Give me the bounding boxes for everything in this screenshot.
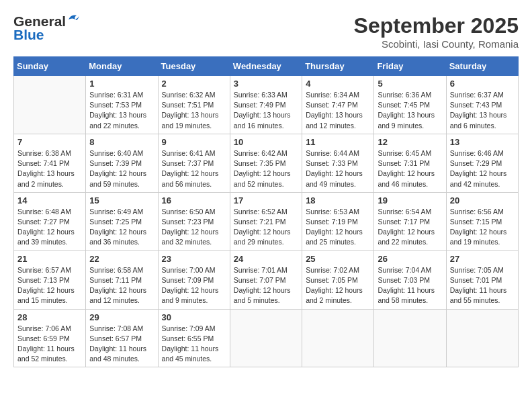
weekday-header: Friday: [374, 57, 446, 76]
weekday-header: Thursday: [302, 57, 374, 76]
day-number: 16: [162, 195, 226, 205]
day-number: 12: [378, 137, 442, 147]
day-info: Sunrise: 7:04 AMSunset: 7:03 PMDaylight:…: [378, 265, 442, 306]
day-number: 2: [162, 79, 226, 89]
day-info: Sunrise: 6:42 AMSunset: 7:35 PMDaylight:…: [234, 148, 298, 189]
day-number: 14: [17, 195, 82, 205]
day-info: Sunrise: 6:36 AMSunset: 7:45 PMDaylight:…: [378, 90, 442, 131]
day-number: 29: [89, 312, 154, 322]
page-header: General Blue September 2025 Scobinti, Ia…: [13, 13, 519, 50]
day-number: 13: [450, 137, 515, 147]
calendar-cell: 10Sunrise: 6:42 AMSunset: 7:35 PMDayligh…: [230, 134, 302, 192]
day-number: 24: [234, 254, 298, 264]
day-number: 5: [378, 79, 442, 89]
day-number: 30: [162, 312, 226, 322]
location: Scobinti, Iasi County, Romania: [354, 38, 519, 50]
calendar-week-row: 14Sunrise: 6:48 AMSunset: 7:27 PMDayligh…: [14, 192, 519, 250]
calendar-cell: 24Sunrise: 7:01 AMSunset: 7:07 PMDayligh…: [230, 250, 302, 309]
day-info: Sunrise: 6:46 AMSunset: 7:29 PMDaylight:…: [450, 148, 515, 189]
calendar-cell: 5Sunrise: 6:36 AMSunset: 7:45 PMDaylight…: [374, 76, 446, 134]
day-number: 23: [162, 254, 226, 264]
calendar-cell: 22Sunrise: 6:58 AMSunset: 7:11 PMDayligh…: [86, 250, 158, 309]
day-number: 10: [234, 137, 298, 147]
day-number: 20: [450, 195, 515, 205]
calendar-cell: [230, 309, 302, 367]
day-info: Sunrise: 6:48 AMSunset: 7:27 PMDaylight:…: [17, 207, 82, 248]
day-info: Sunrise: 6:31 AMSunset: 7:53 PMDaylight:…: [89, 90, 154, 131]
day-info: Sunrise: 6:40 AMSunset: 7:39 PMDaylight:…: [89, 148, 154, 189]
day-info: Sunrise: 7:00 AMSunset: 7:09 PMDaylight:…: [162, 265, 226, 306]
day-info: Sunrise: 6:33 AMSunset: 7:49 PMDaylight:…: [234, 90, 298, 131]
day-number: 27: [450, 254, 515, 264]
day-info: Sunrise: 7:06 AMSunset: 6:59 PMDaylight:…: [17, 324, 82, 365]
day-number: 1: [89, 79, 154, 89]
calendar-cell: 7Sunrise: 6:38 AMSunset: 7:41 PMDaylight…: [14, 134, 86, 192]
day-info: Sunrise: 7:09 AMSunset: 6:55 PMDaylight:…: [162, 324, 226, 365]
day-info: Sunrise: 7:02 AMSunset: 7:05 PMDaylight:…: [306, 265, 370, 306]
day-number: 11: [306, 137, 370, 147]
day-number: 28: [17, 312, 82, 322]
calendar-cell: 23Sunrise: 7:00 AMSunset: 7:09 PMDayligh…: [158, 250, 230, 309]
day-number: 3: [234, 79, 298, 89]
calendar-cell: 11Sunrise: 6:44 AMSunset: 7:33 PMDayligh…: [302, 134, 374, 192]
day-number: 8: [89, 137, 154, 147]
calendar-week-row: 21Sunrise: 6:57 AMSunset: 7:13 PMDayligh…: [14, 250, 519, 309]
day-info: Sunrise: 6:32 AMSunset: 7:51 PMDaylight:…: [162, 90, 226, 131]
calendar-week-row: 28Sunrise: 7:06 AMSunset: 6:59 PMDayligh…: [14, 309, 519, 367]
day-info: Sunrise: 6:52 AMSunset: 7:21 PMDaylight:…: [234, 207, 298, 248]
calendar-cell: 6Sunrise: 6:37 AMSunset: 7:43 PMDaylight…: [446, 76, 518, 134]
weekday-header: Saturday: [446, 57, 518, 76]
day-number: 7: [17, 137, 82, 147]
day-info: Sunrise: 6:34 AMSunset: 7:47 PMDaylight:…: [306, 90, 370, 131]
day-info: Sunrise: 6:41 AMSunset: 7:37 PMDaylight:…: [162, 148, 226, 189]
calendar-cell: [446, 309, 518, 367]
day-number: 4: [306, 79, 370, 89]
day-info: Sunrise: 6:37 AMSunset: 7:43 PMDaylight:…: [450, 90, 515, 131]
calendar-cell: 18Sunrise: 6:53 AMSunset: 7:19 PMDayligh…: [302, 192, 374, 250]
weekday-header: Monday: [86, 57, 158, 76]
calendar-cell: 16Sunrise: 6:50 AMSunset: 7:23 PMDayligh…: [158, 192, 230, 250]
day-info: Sunrise: 6:50 AMSunset: 7:23 PMDaylight:…: [162, 207, 226, 248]
calendar-cell: 17Sunrise: 6:52 AMSunset: 7:21 PMDayligh…: [230, 192, 302, 250]
weekday-header: Sunday: [14, 57, 86, 76]
day-info: Sunrise: 6:56 AMSunset: 7:15 PMDaylight:…: [450, 207, 515, 248]
calendar-header-row: SundayMondayTuesdayWednesdayThursdayFrid…: [14, 57, 519, 76]
weekday-header: Tuesday: [158, 57, 230, 76]
day-number: 19: [378, 195, 442, 205]
title-area: September 2025 Scobinti, Iasi County, Ro…: [354, 13, 519, 50]
calendar-cell: 8Sunrise: 6:40 AMSunset: 7:39 PMDaylight…: [86, 134, 158, 192]
calendar-cell: 4Sunrise: 6:34 AMSunset: 7:47 PMDaylight…: [302, 76, 374, 134]
day-info: Sunrise: 6:45 AMSunset: 7:31 PMDaylight:…: [378, 148, 442, 189]
calendar-cell: [302, 309, 374, 367]
day-number: 17: [234, 195, 298, 205]
calendar-cell: 28Sunrise: 7:06 AMSunset: 6:59 PMDayligh…: [14, 309, 86, 367]
day-info: Sunrise: 6:57 AMSunset: 7:13 PMDaylight:…: [17, 265, 82, 306]
logo: General Blue: [13, 13, 79, 43]
calendar-cell: 29Sunrise: 7:08 AMSunset: 6:57 PMDayligh…: [86, 309, 158, 367]
day-info: Sunrise: 6:49 AMSunset: 7:25 PMDaylight:…: [89, 207, 154, 248]
calendar-cell: 26Sunrise: 7:04 AMSunset: 7:03 PMDayligh…: [374, 250, 446, 309]
calendar-week-row: 1Sunrise: 6:31 AMSunset: 7:53 PMDaylight…: [14, 76, 519, 134]
calendar-cell: 3Sunrise: 6:33 AMSunset: 7:49 PMDaylight…: [230, 76, 302, 134]
calendar-cell: 30Sunrise: 7:09 AMSunset: 6:55 PMDayligh…: [158, 309, 230, 367]
day-number: 15: [89, 195, 154, 205]
month-title: September 2025: [354, 13, 519, 38]
weekday-header: Wednesday: [230, 57, 302, 76]
day-number: 22: [89, 254, 154, 264]
calendar-cell: 13Sunrise: 6:46 AMSunset: 7:29 PMDayligh…: [446, 134, 518, 192]
calendar-cell: 12Sunrise: 6:45 AMSunset: 7:31 PMDayligh…: [374, 134, 446, 192]
day-number: 18: [306, 195, 370, 205]
calendar-cell: 15Sunrise: 6:49 AMSunset: 7:25 PMDayligh…: [86, 192, 158, 250]
day-number: 26: [378, 254, 442, 264]
calendar-table: SundayMondayTuesdayWednesdayThursdayFrid…: [13, 56, 519, 367]
day-number: 21: [17, 254, 82, 264]
calendar-cell: 2Sunrise: 6:32 AMSunset: 7:51 PMDaylight…: [158, 76, 230, 134]
day-info: Sunrise: 6:53 AMSunset: 7:19 PMDaylight:…: [306, 207, 370, 248]
day-info: Sunrise: 7:08 AMSunset: 6:57 PMDaylight:…: [89, 324, 154, 365]
calendar-body: 1Sunrise: 6:31 AMSunset: 7:53 PMDaylight…: [14, 76, 519, 367]
day-info: Sunrise: 6:54 AMSunset: 7:17 PMDaylight:…: [378, 207, 442, 248]
day-info: Sunrise: 7:01 AMSunset: 7:07 PMDaylight:…: [234, 265, 298, 306]
day-info: Sunrise: 6:38 AMSunset: 7:41 PMDaylight:…: [17, 148, 82, 189]
day-info: Sunrise: 7:05 AMSunset: 7:01 PMDaylight:…: [450, 265, 515, 306]
day-number: 25: [306, 254, 370, 264]
